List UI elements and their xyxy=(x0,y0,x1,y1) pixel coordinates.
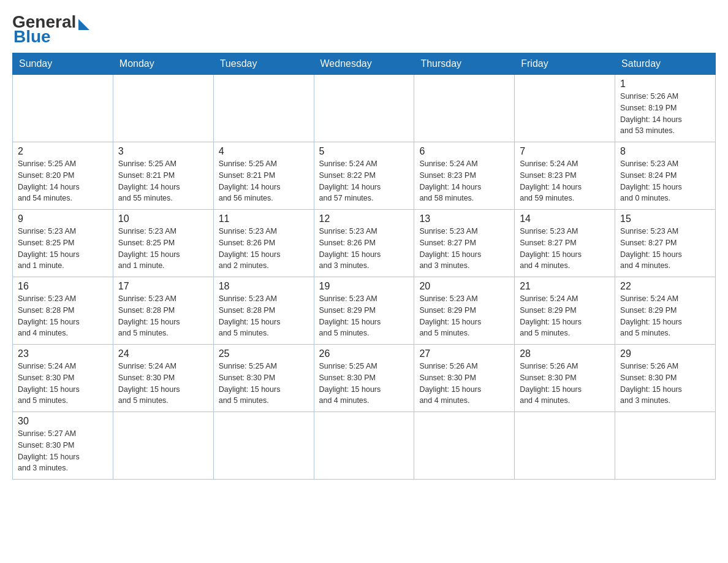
day-number: 1 xyxy=(620,79,710,90)
calendar-cell: 28Sunrise: 5:26 AM Sunset: 8:30 PM Dayli… xyxy=(515,345,615,412)
calendar-cell: 22Sunrise: 5:24 AM Sunset: 8:29 PM Dayli… xyxy=(615,277,716,345)
day-info: Sunrise: 5:23 AM Sunset: 8:29 PM Dayligh… xyxy=(319,293,409,339)
day-info: Sunrise: 5:26 AM Sunset: 8:30 PM Dayligh… xyxy=(419,361,509,407)
calendar-cell xyxy=(213,412,314,480)
day-number: 19 xyxy=(319,281,409,292)
weekday-header-monday: Monday xyxy=(113,53,213,75)
calendar-cell xyxy=(113,412,213,480)
day-number: 14 xyxy=(520,213,610,224)
calendar-cell: 10Sunrise: 5:23 AM Sunset: 8:25 PM Dayli… xyxy=(113,210,213,277)
day-info: Sunrise: 5:23 AM Sunset: 8:28 PM Dayligh… xyxy=(118,293,208,339)
weekday-header-friday: Friday xyxy=(515,53,615,75)
weekday-header-sunday: Sunday xyxy=(13,53,113,75)
calendar-cell: 19Sunrise: 5:23 AM Sunset: 8:29 PM Dayli… xyxy=(314,277,414,345)
logo-triangle-icon xyxy=(78,19,89,30)
day-info: Sunrise: 5:23 AM Sunset: 8:25 PM Dayligh… xyxy=(18,226,108,272)
calendar-week-row: 1Sunrise: 5:26 AM Sunset: 8:19 PM Daylig… xyxy=(13,75,716,142)
calendar-cell: 23Sunrise: 5:24 AM Sunset: 8:30 PM Dayli… xyxy=(13,345,113,412)
calendar-cell: 27Sunrise: 5:26 AM Sunset: 8:30 PM Dayli… xyxy=(414,345,515,412)
day-number: 12 xyxy=(319,213,409,224)
calendar-cell: 24Sunrise: 5:24 AM Sunset: 8:30 PM Dayli… xyxy=(113,345,213,412)
calendar-cell: 11Sunrise: 5:23 AM Sunset: 8:26 PM Dayli… xyxy=(213,210,314,277)
calendar-cell: 21Sunrise: 5:24 AM Sunset: 8:29 PM Dayli… xyxy=(515,277,615,345)
day-info: Sunrise: 5:26 AM Sunset: 8:19 PM Dayligh… xyxy=(620,91,710,137)
weekday-header-wednesday: Wednesday xyxy=(314,53,414,75)
calendar-cell: 29Sunrise: 5:26 AM Sunset: 8:30 PM Dayli… xyxy=(615,345,716,412)
day-number: 16 xyxy=(18,281,108,292)
calendar-cell: 15Sunrise: 5:23 AM Sunset: 8:27 PM Dayli… xyxy=(615,210,716,277)
day-number: 6 xyxy=(419,146,509,157)
day-number: 24 xyxy=(118,348,208,359)
day-info: Sunrise: 5:24 AM Sunset: 8:29 PM Dayligh… xyxy=(620,293,710,339)
calendar-cell: 26Sunrise: 5:25 AM Sunset: 8:30 PM Dayli… xyxy=(314,345,414,412)
day-info: Sunrise: 5:25 AM Sunset: 8:30 PM Dayligh… xyxy=(219,361,309,407)
calendar-cell: 12Sunrise: 5:23 AM Sunset: 8:26 PM Dayli… xyxy=(314,210,414,277)
day-info: Sunrise: 5:24 AM Sunset: 8:30 PM Dayligh… xyxy=(118,361,208,407)
calendar-cell xyxy=(314,412,414,480)
calendar-cell: 20Sunrise: 5:23 AM Sunset: 8:29 PM Dayli… xyxy=(414,277,515,345)
calendar-table: SundayMondayTuesdayWednesdayThursdayFrid… xyxy=(12,53,716,480)
calendar-cell: 9Sunrise: 5:23 AM Sunset: 8:25 PM Daylig… xyxy=(13,210,113,277)
calendar-cell xyxy=(414,412,515,480)
day-number: 30 xyxy=(18,416,108,427)
page-header: General Blue xyxy=(12,12,716,47)
calendar-week-row: 2Sunrise: 5:25 AM Sunset: 8:20 PM Daylig… xyxy=(13,142,716,210)
weekday-header-saturday: Saturday xyxy=(615,53,716,75)
day-number: 22 xyxy=(620,281,710,292)
logo-blue-text: Blue xyxy=(13,27,51,47)
day-info: Sunrise: 5:23 AM Sunset: 8:28 PM Dayligh… xyxy=(219,293,309,339)
day-info: Sunrise: 5:24 AM Sunset: 8:22 PM Dayligh… xyxy=(319,158,409,204)
calendar-cell: 5Sunrise: 5:24 AM Sunset: 8:22 PM Daylig… xyxy=(314,142,414,210)
day-number: 25 xyxy=(219,348,309,359)
weekday-header-tuesday: Tuesday xyxy=(213,53,314,75)
day-info: Sunrise: 5:25 AM Sunset: 8:21 PM Dayligh… xyxy=(118,158,208,204)
calendar-cell: 16Sunrise: 5:23 AM Sunset: 8:28 PM Dayli… xyxy=(13,277,113,345)
day-number: 20 xyxy=(419,281,509,292)
day-number: 4 xyxy=(219,146,309,157)
day-info: Sunrise: 5:26 AM Sunset: 8:30 PM Dayligh… xyxy=(520,361,610,407)
day-info: Sunrise: 5:23 AM Sunset: 8:25 PM Dayligh… xyxy=(118,226,208,272)
day-info: Sunrise: 5:25 AM Sunset: 8:21 PM Dayligh… xyxy=(219,158,309,204)
day-info: Sunrise: 5:26 AM Sunset: 8:30 PM Dayligh… xyxy=(620,361,710,407)
calendar-cell: 4Sunrise: 5:25 AM Sunset: 8:21 PM Daylig… xyxy=(213,142,314,210)
logo: General Blue xyxy=(12,12,89,47)
calendar-cell xyxy=(615,412,716,480)
calendar-cell: 25Sunrise: 5:25 AM Sunset: 8:30 PM Dayli… xyxy=(213,345,314,412)
calendar-cell: 6Sunrise: 5:24 AM Sunset: 8:23 PM Daylig… xyxy=(414,142,515,210)
day-info: Sunrise: 5:23 AM Sunset: 8:29 PM Dayligh… xyxy=(419,293,509,339)
weekday-header-row: SundayMondayTuesdayWednesdayThursdayFrid… xyxy=(13,53,716,75)
day-number: 26 xyxy=(319,348,409,359)
day-number: 7 xyxy=(520,146,610,157)
calendar-cell: 2Sunrise: 5:25 AM Sunset: 8:20 PM Daylig… xyxy=(13,142,113,210)
weekday-header-thursday: Thursday xyxy=(414,53,515,75)
day-info: Sunrise: 5:24 AM Sunset: 8:29 PM Dayligh… xyxy=(520,293,610,339)
day-number: 3 xyxy=(118,146,208,157)
calendar-week-row: 16Sunrise: 5:23 AM Sunset: 8:28 PM Dayli… xyxy=(13,277,716,345)
day-info: Sunrise: 5:23 AM Sunset: 8:28 PM Dayligh… xyxy=(18,293,108,339)
day-info: Sunrise: 5:27 AM Sunset: 8:30 PM Dayligh… xyxy=(18,428,108,474)
calendar-cell xyxy=(515,75,615,142)
day-info: Sunrise: 5:25 AM Sunset: 8:30 PM Dayligh… xyxy=(319,361,409,407)
day-number: 21 xyxy=(520,281,610,292)
day-info: Sunrise: 5:23 AM Sunset: 8:26 PM Dayligh… xyxy=(219,226,309,272)
day-info: Sunrise: 5:23 AM Sunset: 8:24 PM Dayligh… xyxy=(620,158,710,204)
day-info: Sunrise: 5:24 AM Sunset: 8:30 PM Dayligh… xyxy=(18,361,108,407)
calendar-cell: 14Sunrise: 5:23 AM Sunset: 8:27 PM Dayli… xyxy=(515,210,615,277)
calendar-cell xyxy=(515,412,615,480)
calendar-cell: 7Sunrise: 5:24 AM Sunset: 8:23 PM Daylig… xyxy=(515,142,615,210)
day-number: 11 xyxy=(219,213,309,224)
calendar-cell: 17Sunrise: 5:23 AM Sunset: 8:28 PM Dayli… xyxy=(113,277,213,345)
day-number: 2 xyxy=(18,146,108,157)
calendar-cell xyxy=(113,75,213,142)
day-number: 28 xyxy=(520,348,610,359)
day-info: Sunrise: 5:25 AM Sunset: 8:20 PM Dayligh… xyxy=(18,158,108,204)
day-info: Sunrise: 5:23 AM Sunset: 8:26 PM Dayligh… xyxy=(319,226,409,272)
day-info: Sunrise: 5:23 AM Sunset: 8:27 PM Dayligh… xyxy=(520,226,610,272)
calendar-cell xyxy=(314,75,414,142)
day-number: 27 xyxy=(419,348,509,359)
day-info: Sunrise: 5:24 AM Sunset: 8:23 PM Dayligh… xyxy=(520,158,610,204)
calendar-week-row: 23Sunrise: 5:24 AM Sunset: 8:30 PM Dayli… xyxy=(13,345,716,412)
day-number: 15 xyxy=(620,213,710,224)
calendar-cell: 18Sunrise: 5:23 AM Sunset: 8:28 PM Dayli… xyxy=(213,277,314,345)
day-number: 23 xyxy=(18,348,108,359)
